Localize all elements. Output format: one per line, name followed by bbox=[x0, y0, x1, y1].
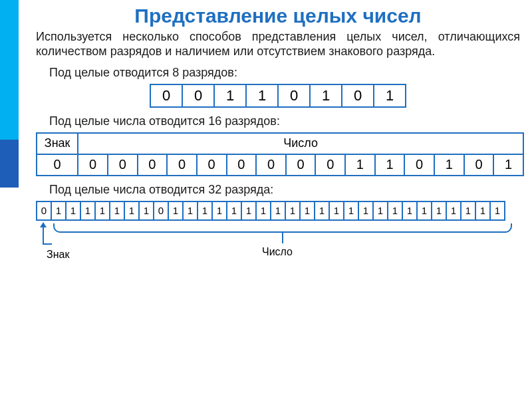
bit-cell: 0 bbox=[167, 154, 197, 176]
bit-cell: 1 bbox=[256, 201, 271, 220]
bit-cell: 1 bbox=[344, 201, 358, 220]
bit-cell: 1 bbox=[246, 84, 278, 107]
bit-cell: 1 bbox=[227, 201, 241, 220]
bit-cell: 1 bbox=[432, 201, 446, 220]
bit-cell: 1 bbox=[241, 201, 256, 220]
bit-cell: 0 bbox=[138, 154, 168, 176]
bit-cell: 1 bbox=[402, 201, 417, 220]
section-8-label: Под целые отводится 8 разрядов: bbox=[49, 66, 527, 80]
bit-cell: 1 bbox=[66, 201, 80, 220]
bit-cell: 1 bbox=[271, 201, 285, 220]
sign-annot-label: Знак bbox=[47, 249, 69, 261]
bit-cell: 0 bbox=[182, 84, 214, 107]
bit-cell: 1 bbox=[374, 84, 406, 107]
bit-cell: 1 bbox=[198, 201, 212, 220]
bit-cell: 0 bbox=[108, 154, 138, 176]
sign-header: Знак bbox=[37, 133, 78, 154]
bits-8-table: 00110101 bbox=[150, 84, 406, 108]
number-annot-label: Число bbox=[262, 246, 293, 258]
bit-cell: 1 bbox=[51, 201, 66, 220]
bits-16-table: Знак Число 0000000000110101 bbox=[36, 132, 524, 176]
bit-cell: 0 bbox=[197, 154, 227, 176]
bit-cell: 1 bbox=[315, 201, 329, 220]
bit-cell: 0 bbox=[154, 201, 168, 220]
section-16-label: Под целые числа отводится 16 разрядов: bbox=[49, 114, 527, 128]
bit-cell: 1 bbox=[434, 154, 464, 176]
bit-cell: 1 bbox=[80, 201, 95, 220]
slide-content: Представление целых чисел Используется н… bbox=[24, 0, 532, 263]
bits-32-annotation: Знак Число bbox=[36, 223, 527, 263]
bit-cell: 0 bbox=[286, 154, 316, 176]
bit-cell: 1 bbox=[139, 201, 154, 220]
bit-cell: 1 bbox=[183, 201, 198, 220]
bit-cell: 0 bbox=[37, 154, 78, 176]
bit-cell: 1 bbox=[214, 84, 246, 107]
bit-cell: 0 bbox=[342, 84, 374, 107]
bit-cell: 1 bbox=[300, 201, 315, 220]
bit-cell: 1 bbox=[375, 154, 405, 176]
bit-cell: 1 bbox=[358, 201, 373, 220]
bit-cell: 0 bbox=[227, 154, 257, 176]
section-32-label: Под целые числа отводится 32 разряда: bbox=[49, 183, 527, 197]
bit-cell: 1 bbox=[212, 201, 227, 220]
bit-cell: 0 bbox=[315, 154, 345, 176]
page-title: Представление целых чисел bbox=[29, 5, 527, 27]
bit-cell: 1 bbox=[310, 84, 342, 107]
bit-cell: 0 bbox=[78, 154, 108, 176]
bit-cell: 1 bbox=[110, 201, 124, 220]
bit-cell: 1 bbox=[373, 201, 388, 220]
bit-cell: 1 bbox=[446, 201, 461, 220]
bit-cell: 1 bbox=[417, 201, 432, 220]
bit-cell: 1 bbox=[475, 201, 490, 220]
bit-cell: 1 bbox=[388, 201, 402, 220]
bit-cell: 1 bbox=[329, 201, 344, 220]
bit-cell: 0 bbox=[464, 154, 494, 176]
bit-cell: 1 bbox=[461, 201, 475, 220]
bit-cell: 0 bbox=[256, 154, 286, 176]
bit-cell: 0 bbox=[150, 84, 182, 107]
bit-cell: 1 bbox=[490, 201, 505, 220]
bit-cell: 1 bbox=[285, 201, 300, 220]
bit-cell: 1 bbox=[95, 201, 110, 220]
bit-cell: 0 bbox=[404, 154, 434, 176]
bit-cell: 1 bbox=[168, 201, 183, 220]
bit-cell: 1 bbox=[124, 201, 139, 220]
decorative-sidebar bbox=[0, 0, 19, 399]
bits-32-table: 01111111011111111111111111111111 bbox=[36, 201, 505, 221]
bit-cell: 1 bbox=[493, 154, 523, 176]
intro-text: Используется несколько способов представ… bbox=[36, 29, 520, 59]
bit-cell: 0 bbox=[37, 201, 51, 220]
bit-cell: 0 bbox=[278, 84, 310, 107]
bit-cell: 1 bbox=[345, 154, 375, 176]
number-header: Число bbox=[78, 133, 523, 154]
